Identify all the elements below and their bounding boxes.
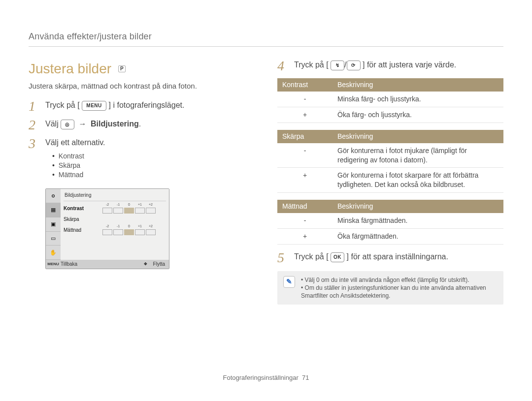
tick-label: +2 [149, 202, 153, 207]
tick-label: -2 [106, 224, 109, 228]
table-cell-val: Gör konturerna i fotot skarpare för att … [332, 168, 503, 193]
sidebar-off-icon: ⭘ [46, 189, 61, 203]
table-mattnad-h1: Mättnad [277, 200, 332, 213]
table-row: - Minska färg- och ljusstyrka. [277, 92, 503, 107]
tick-label: +1 [138, 224, 142, 228]
note-line-2: Om du ställer in justeringsfunktioner ka… [301, 284, 498, 300]
alternatives-list: Kontrast Skärpa Mättnad [45, 152, 255, 180]
table-cell-key: + [277, 168, 332, 193]
alt-mattnad: Mättnad [52, 170, 255, 180]
page-title: Justera bilder P [29, 60, 255, 78]
step-1-text-b: ] i fotograferingsläget. [109, 101, 185, 109]
mode-badge: P [118, 65, 126, 72]
footer-section: Fotograferingsinställningar [223, 374, 299, 381]
ok-button-icon: OK [331, 252, 344, 262]
camera-row-mattnad: Mättnad -2 -1 0 +1 +2 [64, 225, 166, 236]
table-row: + Öka färg- och ljusstyrka. [277, 107, 503, 123]
camera-footer-back: Tillbaka [61, 261, 77, 268]
table-row: - Gör konturerna i fotot mjukare (lämpli… [277, 143, 503, 168]
tick-label: 0 [128, 202, 130, 207]
table-skarpa: Skärpa Beskrivning - Gör konturerna i fo… [277, 130, 503, 193]
table-cell-key: + [277, 107, 332, 123]
table-cell-key: - [277, 143, 332, 168]
table-skarpa-h1: Skärpa [277, 130, 332, 143]
tick-label: +2 [149, 224, 153, 228]
page-footer: Fotograferingsinställningar 71 [0, 373, 532, 382]
note-line-1: Välj 0 om du inte vill använda någon eff… [301, 276, 498, 284]
info-icon: ✎ [283, 276, 295, 288]
table-cell-key: - [277, 92, 332, 107]
info-note: ✎ Välj 0 om du inte vill använda någon e… [277, 271, 503, 305]
step-5: Tryck på [ OK ] för att spara inställnin… [277, 251, 503, 262]
step-2-text-b: . [139, 120, 141, 128]
table-kontrast-h1: Kontrast [277, 78, 332, 92]
tick-label: 0 [128, 224, 130, 228]
sidebar-adjust-icon: ▦ [46, 203, 61, 217]
table-cell-key: - [277, 213, 332, 228]
table-row: - Minska färgmättnaden. [277, 213, 503, 228]
step-2: Välj ◎ → Bildjustering. [29, 119, 255, 129]
step-2-bold: Bildjustering [91, 120, 139, 128]
step-2-text-a: Välj [45, 120, 61, 128]
footer-page-number: 71 [302, 374, 309, 381]
alt-kontrast: Kontrast [52, 152, 255, 161]
right-column: Tryck på [ ↯/⟳ ] för att justera varje v… [277, 60, 503, 305]
table-cell-val: Gör konturerna i fotot mjukare (lämpligt… [332, 143, 503, 168]
camera-row-mattnad-label: Mättnad [64, 227, 89, 234]
camera-footer: MENU Tillbaka ✥ Flytta [46, 260, 169, 269]
camera-row-skarpa-label: Skärpa [64, 216, 89, 223]
nav-icon: ✥ [138, 260, 153, 269]
flash-icon: ↯ [331, 61, 344, 70]
sidebar-icon-3: ▣ [46, 217, 61, 232]
table-cell-val: Öka färgmättnaden. [332, 228, 503, 244]
step-1-text-a: Tryck på [ [45, 101, 80, 109]
running-head: Använda effekter/justera bilder [29, 31, 503, 47]
table-mattnad: Mättnad Beskrivning - Minska färgmättnad… [277, 200, 503, 245]
step-4: Tryck på [ ↯/⟳ ] för att justera varje v… [277, 60, 503, 70]
arrow-icon: → [79, 120, 87, 128]
table-cell-val: Minska färg- och ljusstyrka. [332, 92, 503, 107]
table-mattnad-h2: Beskrivning [332, 200, 503, 213]
step-4-text-b: ] för att justera varje värde. [363, 61, 456, 69]
camera-icon: ◎ [61, 120, 74, 129]
table-cell-key: + [277, 228, 332, 244]
table-cell-val: Minska färgmättnaden. [332, 213, 503, 228]
camera-menu-title: Bildjustering [64, 191, 166, 201]
camera-row-kontrast-label: Kontrast [64, 205, 89, 212]
camera-row-kontrast: Kontrast -2 -1 0 +1 +2 [64, 203, 166, 214]
step-1: Tryck på [ MENU ] i fotograferingsläget. [29, 100, 255, 111]
subtitle: Justera skärpa, mättnad och kontrast på … [29, 81, 255, 91]
step-5-text-b: ] för att spara inställningarna. [347, 252, 448, 261]
sidebar-icon-4: ▭ [46, 232, 61, 246]
timer-icon: ⟳ [347, 61, 361, 70]
table-cell-val: Öka färg- och ljusstyrka. [332, 107, 503, 123]
alt-skarpa: Skärpa [52, 161, 255, 170]
tick-label: +1 [138, 202, 142, 207]
camera-sidebar: ⭘ ▦ ▣ ▭ ✋ [46, 189, 61, 260]
table-row: + Gör konturerna i fotot skarpare för at… [277, 168, 503, 193]
step-4-text-a: Tryck på [ [294, 61, 329, 69]
camera-row-skarpa: Skärpa [64, 214, 166, 225]
sidebar-icon-5: ✋ [46, 246, 61, 260]
step-5-text-a: Tryck på [ [294, 252, 329, 261]
camera-menu-screenshot: ⭘ ▦ ▣ ▭ ✋ Bildjustering Kontrast -2 [45, 188, 169, 269]
table-kontrast-h2: Beskrivning [332, 78, 503, 92]
camera-footer-menu-chip: MENU [46, 260, 61, 269]
page-title-text: Justera bilder [29, 60, 111, 78]
tick-label: -1 [117, 224, 120, 228]
step-3: Välj ett alternativ. Kontrast Skärpa Mät… [29, 137, 255, 269]
tick-label: -1 [117, 202, 120, 207]
table-kontrast: Kontrast Beskrivning - Minska färg- och … [277, 78, 503, 123]
left-column: Justera bilder P Justera skärpa, mättnad… [29, 60, 255, 305]
table-row: + Öka färgmättnaden. [277, 228, 503, 244]
camera-footer-move: Flytta [153, 261, 169, 268]
menu-button-icon: MENU [82, 101, 106, 111]
table-skarpa-h2: Beskrivning [332, 130, 503, 143]
tick-label: -2 [106, 202, 109, 207]
step-3-text: Välj ett alternativ. [45, 138, 105, 147]
